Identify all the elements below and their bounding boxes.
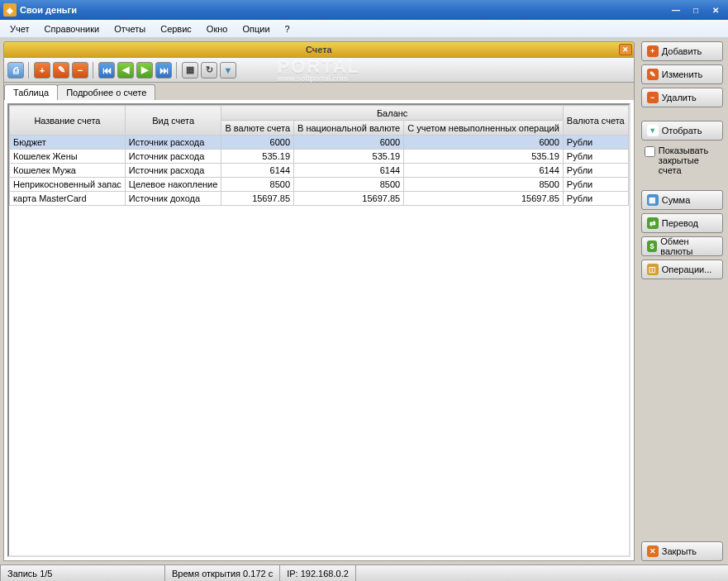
dollar-icon: $ <box>647 240 658 252</box>
status-ip: IP: 192.168.0.2 <box>280 565 356 581</box>
close-button[interactable]: ✕ <box>707 3 725 17</box>
table-row[interactable]: Неприкосновенный запасЦелевое накопление… <box>10 178 629 192</box>
watermark: PORTALwww.softportal.com <box>277 56 360 83</box>
sum-button[interactable]: ▦Сумма <box>641 190 723 210</box>
col-balance-group[interactable]: Баланс <box>221 106 563 121</box>
minimize-button[interactable]: — <box>667 3 685 17</box>
arrows-icon: ⇄ <box>647 217 659 229</box>
show-closed-checkbox[interactable]: Показывать закрытые счета <box>641 144 723 177</box>
cell-bal-national: 6144 <box>294 164 404 178</box>
close-panel-button[interactable]: ✕Закрыть <box>641 541 723 561</box>
transfer-button[interactable]: ⇄Перевод <box>641 213 723 233</box>
pencil-icon: ✎ <box>647 69 659 80</box>
cell-currency: Рубли <box>563 164 628 178</box>
menubar: Учет Справочники Отчеты Сервис Окно Опци… <box>0 20 728 38</box>
col-currency[interactable]: Валюта счета <box>563 106 628 136</box>
first-icon[interactable]: ⏮ <box>98 62 115 79</box>
table-row[interactable]: Кошелек ЖеныИсточник расхода535.19535.19… <box>10 150 629 164</box>
cell-type: Источник дохода <box>125 192 221 206</box>
filter-icon[interactable]: ▼ <box>220 62 236 79</box>
accounts-table: Название счета Вид счета Баланс Валюта с… <box>9 105 629 206</box>
child-window-title: Счета <box>306 45 332 55</box>
titlebar: ◆ Свои деньги — □ ✕ <box>0 0 728 20</box>
menu-optsii[interactable]: Опции <box>236 22 276 36</box>
checkbox-input[interactable] <box>645 146 655 157</box>
tabs: Таблица Подробнее о счете <box>3 83 635 100</box>
col-bal-pending[interactable]: С учетом невыполненных операций <box>404 121 564 136</box>
menu-help[interactable]: ? <box>278 22 297 36</box>
prev-icon[interactable]: ◀ <box>117 62 134 79</box>
filter-button[interactable]: ▼Отобрать <box>641 121 723 140</box>
print-icon[interactable]: ⎙ <box>7 62 24 79</box>
columns-icon[interactable]: ▦ <box>182 62 198 79</box>
cell-bal-currency: 6144 <box>221 164 294 178</box>
status-record: Запись 1/5 <box>0 565 165 581</box>
menu-otchety[interactable]: Отчеты <box>107 22 152 36</box>
separator <box>93 62 94 79</box>
cell-name: Неприкосновенный запас <box>10 178 126 192</box>
last-icon[interactable]: ⏭ <box>155 62 172 79</box>
app-title: Свои деньги <box>20 5 665 15</box>
cell-bal-national: 15697.85 <box>294 192 404 206</box>
cell-type: Источник расхода <box>125 150 221 164</box>
cell-bal-currency: 6000 <box>221 136 294 150</box>
cell-name: карта MasterCard <box>10 192 126 206</box>
cell-bal-national: 6000 <box>294 136 404 150</box>
cell-name: Кошелек Жены <box>10 150 126 164</box>
edit-icon[interactable]: ✎ <box>53 62 69 79</box>
toolbar: ⎙ + ✎ − ⏮ ◀ ▶ ⏭ ▦ ↻ ▼ PORTALwww.softport… <box>3 58 635 83</box>
child-close-button[interactable]: ✕ <box>619 44 632 55</box>
add-button[interactable]: +Добавить <box>641 41 723 61</box>
cell-type: Целевое накопление <box>125 178 221 192</box>
statusbar: Запись 1/5 Время открытия 0.172 с IP: 19… <box>0 564 728 581</box>
cell-bal-pending: 535.19 <box>404 150 564 164</box>
funnel-icon: ▼ <box>647 125 659 136</box>
cell-name: Кошелек Мужа <box>10 164 126 178</box>
next-icon[interactable]: ▶ <box>136 62 153 79</box>
menu-okno[interactable]: Окно <box>200 22 235 36</box>
delete-button[interactable]: −Удалить <box>641 88 723 107</box>
tab-details[interactable]: Подробнее о счете <box>57 84 155 100</box>
tab-table[interactable]: Таблица <box>4 84 58 100</box>
delete-icon[interactable]: − <box>72 62 88 79</box>
box-icon: ◫ <box>647 264 659 275</box>
menu-spravochniki[interactable]: Справочники <box>38 22 107 36</box>
sidebar: +Добавить ✎Изменить −Удалить ▼Отобрать П… <box>640 41 725 561</box>
status-open-time: Время открытия 0.172 с <box>165 565 280 581</box>
col-type[interactable]: Вид счета <box>125 106 221 136</box>
child-window-titlebar: Счета ✕ <box>3 41 635 58</box>
cell-currency: Рубли <box>563 178 628 192</box>
col-bal-currency[interactable]: В валюте счета <box>221 121 294 136</box>
col-name[interactable]: Название счета <box>10 106 126 136</box>
cell-currency: Рубли <box>563 192 628 206</box>
cell-bal-currency: 535.19 <box>221 150 294 164</box>
cell-type: Источник расхода <box>125 136 221 150</box>
table-row[interactable]: БюджетИсточник расхода600060006000Рубли <box>10 136 629 150</box>
cell-type: Источник расхода <box>125 164 221 178</box>
maximize-button[interactable]: □ <box>687 3 705 17</box>
col-bal-national[interactable]: В национальной валюте <box>294 121 404 136</box>
cell-bal-pending: 6144 <box>404 164 564 178</box>
operations-button[interactable]: ◫Операции... <box>641 260 723 279</box>
cell-bal-national: 535.19 <box>294 150 404 164</box>
plus-icon: + <box>647 45 659 57</box>
cell-bal-pending: 8500 <box>404 178 564 192</box>
add-icon[interactable]: + <box>34 62 50 79</box>
cell-currency: Рубли <box>563 150 628 164</box>
cell-bal-currency: 8500 <box>221 178 294 192</box>
menu-uchet[interactable]: Учет <box>3 22 36 36</box>
exchange-button[interactable]: $Обмен валюты <box>641 236 723 256</box>
table-row[interactable]: карта MasterCardИсточник дохода15697.851… <box>10 192 629 206</box>
edit-button[interactable]: ✎Изменить <box>641 64 723 84</box>
minus-icon: − <box>647 92 659 103</box>
cell-bal-currency: 15697.85 <box>221 192 294 206</box>
menu-servis[interactable]: Сервис <box>154 22 198 36</box>
table-row[interactable]: Кошелек МужаИсточник расхода614461446144… <box>10 164 629 178</box>
cell-bal-pending: 15697.85 <box>404 192 564 206</box>
app-icon: ◆ <box>3 3 17 17</box>
cell-bal-pending: 6000 <box>404 136 564 150</box>
separator <box>28 62 30 79</box>
calculator-icon: ▦ <box>647 194 659 206</box>
refresh-icon[interactable]: ↻ <box>201 62 217 79</box>
separator <box>176 62 178 79</box>
